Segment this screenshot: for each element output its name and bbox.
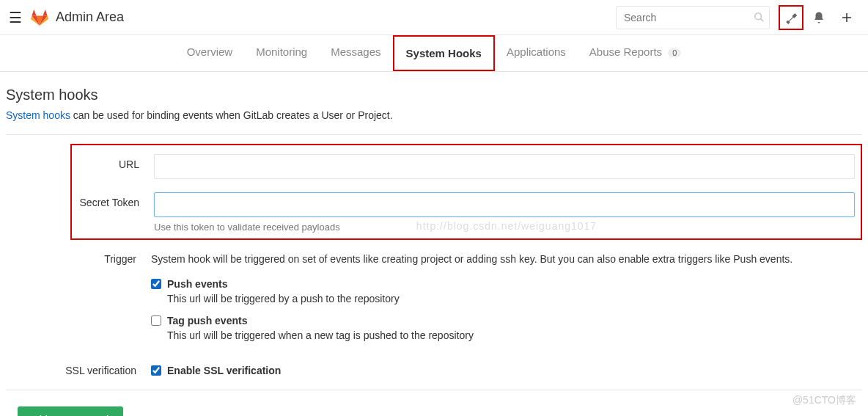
admin-wrench-icon[interactable]	[779, 5, 803, 30]
tab-monitoring[interactable]: Monitoring	[244, 35, 319, 71]
add-system-hook-button[interactable]: Add System Hook	[18, 406, 123, 416]
url-input[interactable]	[154, 154, 855, 179]
tag-push-events-desc: This url will be triggered when a new ta…	[167, 329, 862, 341]
secret-token-input[interactable]	[154, 192, 855, 217]
tab-applications[interactable]: Applications	[495, 35, 578, 71]
tag-push-events-checkbox[interactable]	[151, 315, 161, 326]
system-hooks-link[interactable]: System hooks	[6, 109, 70, 121]
hamburger-menu-icon[interactable]: ☰	[9, 9, 22, 26]
tab-abuse-reports[interactable]: Abuse Reports 0	[578, 35, 694, 71]
push-events-checkbox[interactable]	[151, 279, 161, 289]
divider-bottom	[6, 390, 862, 390]
gitlab-logo-icon[interactable]	[31, 9, 48, 26]
topbar: ☰ Admin Area	[0, 0, 868, 35]
secret-token-label: Secret Token	[73, 192, 154, 208]
page-description: System hooks can be used for binding eve…	[6, 109, 862, 121]
push-events-label: Push events	[167, 278, 227, 290]
hook-form-highlighted: URL Secret Token http://blog.csdn.net/we…	[70, 144, 862, 240]
trigger-label: Trigger	[6, 253, 151, 265]
ssl-verification-checkbox[interactable]	[151, 365, 161, 376]
notifications-bell-icon[interactable]	[806, 5, 831, 30]
url-label: URL	[73, 154, 154, 170]
tab-overview[interactable]: Overview	[175, 35, 245, 71]
tag-push-events-label: Tag push events	[167, 315, 247, 326]
watermark-corner: @51CTO博客	[792, 394, 856, 407]
tab-abuse-reports-label: Abuse Reports	[589, 45, 662, 58]
secret-token-help: Use this token to validate received payl…	[154, 222, 855, 233]
ssl-verification-label: SSL verification	[6, 365, 151, 376]
tab-system-hooks[interactable]: System Hooks	[393, 35, 495, 71]
trigger-description: System hook will be triggered on set of …	[151, 253, 862, 265]
page-desc-text: can be used for binding events when GitL…	[70, 109, 393, 121]
tab-messages[interactable]: Messages	[319, 35, 392, 71]
page-header-title: Admin Area	[56, 10, 124, 25]
page-title: System hooks	[6, 87, 862, 103]
divider	[6, 134, 862, 135]
search-input[interactable]	[616, 6, 770, 29]
push-events-desc: This url will be triggered by a push to …	[167, 293, 862, 304]
abuse-reports-badge: 0	[668, 48, 681, 57]
admin-tabs: Overview Monitoring Messages System Hook…	[0, 35, 868, 72]
plus-icon[interactable]	[834, 5, 859, 30]
ssl-verification-check-label: Enable SSL verification	[167, 365, 281, 376]
